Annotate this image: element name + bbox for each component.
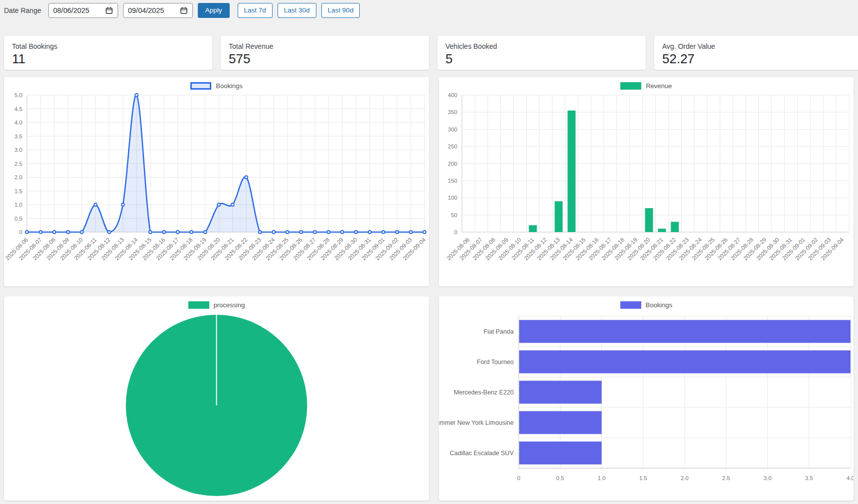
legend-swatch: [188, 301, 209, 309]
tick-label: 0: [454, 229, 457, 235]
tick-label: 1.0: [14, 202, 22, 208]
data-point: [272, 231, 275, 234]
tick-label: 0.5: [556, 475, 564, 481]
data-point: [354, 231, 357, 234]
data-point: [217, 203, 220, 206]
tick-label: 1.5: [14, 188, 22, 194]
bookings_line-svg: 00.51.01.52.02.53.03.54.04.55.02025-08-0…: [4, 90, 429, 282]
charts-grid: Bookings 00.51.01.52.02.53.03.54.04.55.0…: [4, 77, 858, 501]
bar-fiat-panda: [519, 320, 851, 343]
legend-label: Bookings: [216, 82, 242, 90]
tick-label: 5.0: [14, 92, 22, 98]
status-pie-chart: [4, 309, 429, 496]
tick-label: 200: [448, 161, 457, 167]
legend-swatch: [620, 82, 641, 90]
bookings-line-chart: 00.51.01.52.02.53.03.54.04.55.02025-08-0…: [4, 90, 429, 282]
status-pie-chart-card: processing: [4, 296, 429, 501]
calendar-icon[interactable]: [105, 6, 113, 14]
data-point: [409, 231, 412, 234]
tick-label: 3.5: [14, 133, 22, 139]
tick-label: 1.5: [639, 475, 647, 481]
legend-label: Revenue: [646, 82, 672, 90]
apply-button[interactable]: Apply: [198, 3, 230, 18]
bar-2025-08-13: [555, 201, 563, 232]
data-point: [94, 203, 97, 206]
data-point: [162, 231, 165, 234]
tick-label: 0: [517, 475, 520, 481]
vehicle_hbar-svg: 00.51.01.52.02.53.03.54.0Fiat PandaFord …: [439, 309, 854, 496]
kpi-card-total-revenue: Total Revenue575: [221, 36, 429, 70]
tick-label: 50: [451, 212, 457, 218]
data-point: [423, 231, 426, 234]
tick-label: Mercedes-Benz E220: [454, 389, 514, 396]
bar-cadillac-escalade-suv: [519, 442, 602, 465]
kpi-value: 11: [12, 51, 204, 67]
data-point: [25, 231, 28, 234]
data-point: [341, 231, 344, 234]
tick-label: Hummer New York Limousine: [439, 419, 514, 426]
status-pie-legend[interactable]: processing: [4, 296, 429, 309]
data-point: [108, 231, 111, 234]
bar-ford-tourneo: [519, 351, 851, 374]
data-point: [122, 203, 125, 206]
bar-2025-08-20: [645, 208, 653, 232]
tick-label: 3.0: [14, 147, 22, 153]
vehicle-bookings-legend[interactable]: Bookings: [439, 296, 854, 309]
bar-2025-08-21: [658, 229, 666, 232]
date-range-toolbar: Date Range 08/06/2025 09/04/2025 Apply L…: [0, 0, 858, 18]
quick-range-button-last-7d[interactable]: Last 7d: [238, 3, 273, 18]
bookings-line-legend[interactable]: Bookings: [4, 77, 429, 90]
quick-range-button-last-90d[interactable]: Last 90d: [321, 3, 360, 18]
tick-label: 2.0: [681, 475, 689, 481]
end-date-input[interactable]: 09/04/2025: [123, 3, 193, 18]
tick-label: 250: [448, 143, 457, 149]
data-point: [231, 203, 234, 206]
kpi-row: Total Bookings11Total Revenue575Vehicles…: [4, 36, 858, 70]
data-point: [259, 231, 262, 234]
data-point: [190, 231, 193, 234]
kpi-card-avg-order-value: Avg. Order Value52.27: [654, 36, 858, 70]
tick-label: 150: [448, 178, 457, 184]
kpi-label: Total Revenue: [229, 42, 421, 50]
vehicle-bookings-chart-card: Bookings 00.51.01.52.02.53.03.54.0Fiat P…: [439, 296, 854, 501]
tick-label: 4.0: [847, 475, 854, 481]
tick-label: 300: [448, 126, 457, 132]
bar-2025-08-22: [671, 222, 679, 232]
revenue_bar-svg: 0501001502002503003504002025-08-062025-0…: [439, 90, 854, 282]
bookings-line-chart-card: Bookings 00.51.01.52.02.53.03.54.04.55.0…: [4, 77, 429, 286]
data-point: [53, 231, 56, 234]
kpi-value: 575: [229, 51, 421, 67]
tick-label: Fiat Panda: [484, 328, 514, 335]
status_pie-svg: [4, 309, 429, 496]
data-point: [39, 231, 42, 234]
tick-label: 350: [448, 109, 457, 115]
tick-label: 2.5: [722, 475, 730, 481]
legend-label: processing: [214, 301, 245, 309]
legend-swatch: [620, 301, 641, 309]
data-point: [382, 231, 385, 234]
tick-label: 3.5: [805, 475, 813, 481]
legend-label: Bookings: [646, 301, 672, 309]
tick-label: 4.0: [14, 120, 22, 126]
data-point: [286, 231, 289, 234]
revenue-bar-legend[interactable]: Revenue: [439, 77, 854, 90]
calendar-icon[interactable]: [180, 6, 188, 14]
start-date-value: 08/06/2025: [53, 6, 90, 14]
tick-label: 400: [448, 92, 457, 98]
data-point: [149, 231, 152, 234]
kpi-label: Total Bookings: [12, 42, 204, 50]
analytics-dashboard: Date Range 08/06/2025 09/04/2025 Apply L…: [0, 0, 858, 501]
quick-range-buttons: Last 7dLast 30dLast 90d: [238, 3, 360, 18]
bar-2025-08-11: [529, 225, 537, 232]
vehicle-bookings-hbar-chart: 00.51.01.52.02.53.03.54.0Fiat PandaFord …: [439, 309, 854, 496]
data-point: [313, 231, 316, 234]
legend-swatch: [190, 82, 211, 90]
start-date-input[interactable]: 08/06/2025: [48, 3, 118, 18]
quick-range-button-last-30d[interactable]: Last 30d: [278, 3, 316, 18]
bar-hummer-new-york-limousine: [519, 411, 602, 434]
data-point: [368, 231, 371, 234]
data-point: [245, 176, 248, 179]
data-point: [204, 231, 207, 234]
kpi-value: 5: [445, 51, 638, 67]
end-date-value: 09/04/2025: [128, 6, 164, 14]
